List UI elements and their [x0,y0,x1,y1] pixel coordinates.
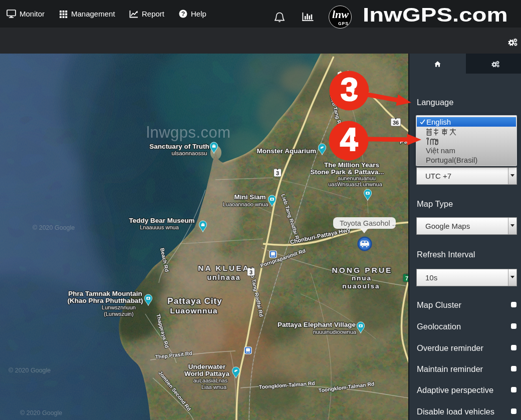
svg-text:?: ? [181,11,185,18]
